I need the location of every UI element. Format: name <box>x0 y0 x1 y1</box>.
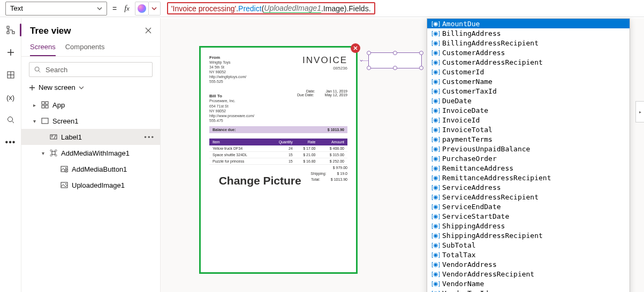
intellisense-item[interactable]: [◉]ServiceStartDate <box>427 211 630 221</box>
right-pane-collapsed[interactable]: ▸ <box>635 101 644 122</box>
field-icon: [◉] <box>431 117 439 124</box>
intellisense-item[interactable]: [◉]ServiceAddress <box>427 182 630 192</box>
selected-label-control[interactable] <box>368 52 422 68</box>
canvas[interactable]: From Wingtip Toys34 5th StNY 98052http:/… <box>161 18 644 292</box>
intellisense-item[interactable]: [◉]VendorAddressRecipient <box>427 269 630 279</box>
tree-view-panel: Tree view Screens Components Search New … <box>21 18 161 292</box>
remove-image-button[interactable] <box>351 43 360 53</box>
variables-rail-button[interactable]: (x) <box>5 92 16 103</box>
tree-icon <box>6 25 16 35</box>
intellisense-label: SubTotal <box>442 241 476 249</box>
bill-to-title: Bill To <box>209 94 254 98</box>
field-icon: [◉] <box>431 107 439 114</box>
intellisense-item[interactable]: [◉]PurchaseOrder <box>427 153 630 163</box>
intellisense-item[interactable]: [◉]VendorName <box>427 279 630 288</box>
intellisense-item[interactable]: [◉]CustomerAddress <box>427 48 630 57</box>
intellisense-item[interactable]: [◉]CustomerAddressRecipient <box>427 57 630 67</box>
search-rail-button[interactable] <box>5 114 16 125</box>
intellisense-item[interactable]: [◉]InvoiceDate <box>427 105 630 115</box>
change-picture-label[interactable]: Change Picture <box>209 174 310 187</box>
close-icon <box>353 45 358 51</box>
tree-item-addmediabutton1[interactable]: AddMediaButton1 <box>21 161 160 177</box>
intellisense-item[interactable]: [◉]ShippingAddress <box>427 221 630 230</box>
intellisense-label: AmountDue <box>442 20 480 28</box>
tree-item-label: AddMediaWithImage1 <box>61 149 155 157</box>
svg-point-4 <box>7 117 12 122</box>
intellisense-item[interactable]: [◉]VendorTaxId <box>427 288 630 292</box>
intellisense-item[interactable]: [◉]ServiceEndDate <box>427 202 630 211</box>
field-icon: [◉] <box>431 68 439 75</box>
svg-rect-10 <box>42 118 48 124</box>
screen-icon <box>41 117 49 125</box>
copilot-button[interactable] <box>135 2 149 16</box>
intellisense-item[interactable]: [◉]ShippingAddressRecipient <box>427 230 630 240</box>
resize-handle[interactable] <box>393 66 397 70</box>
format-dropdown[interactable] <box>149 2 161 16</box>
intellisense-label: TotalTax <box>442 251 476 259</box>
intellisense-item[interactable]: [◉]SubTotal <box>427 240 630 250</box>
tree-item-screen1[interactable]: ▾Screen1 <box>21 113 160 129</box>
close-panel-button[interactable] <box>145 26 151 36</box>
tree-item-label: Screen1 <box>52 117 155 125</box>
intellisense-item[interactable]: [◉]VendorAddress <box>427 259 630 269</box>
formula-input[interactable]: 'Invoice processing' . Predict ( Uploade… <box>164 2 639 16</box>
tree-item-addmediawithimage1[interactable]: ▾AddMediaWithImage1 <box>21 145 160 161</box>
intellisense-item[interactable]: [◉]RemittanceAddressRecipient <box>427 173 630 182</box>
resize-handle[interactable] <box>419 51 423 55</box>
invoice-title: INVOICE <box>302 55 347 66</box>
resize-handle[interactable] <box>367 66 371 70</box>
tree-item-label: App <box>52 101 155 109</box>
tab-components[interactable]: Components <box>65 41 105 56</box>
field-icon: [◉] <box>431 184 439 191</box>
intellisense-label: VendorAddressRecipient <box>442 270 534 278</box>
intellisense-item[interactable]: [◉]DueDate <box>427 96 630 105</box>
intellisense-item[interactable]: [◉]paymentTerms <box>427 134 630 144</box>
table-row: Puzzle for princess15$ 16.80$ 252.00 <box>209 158 347 165</box>
intellisense-label: PreviousUnpaidBalance <box>442 145 530 153</box>
svg-rect-7 <box>46 102 48 104</box>
from-title: From <box>209 55 246 60</box>
insert-rail-button[interactable] <box>5 47 16 58</box>
resize-handle[interactable] <box>393 51 397 55</box>
chevron-down-icon <box>97 6 102 11</box>
intellisense-item[interactable]: [◉]AmountDue <box>427 19 630 28</box>
invoice-document[interactable]: From Wingtip Toys34 5th StNY 98052http:/… <box>199 46 358 274</box>
intellisense-item[interactable]: [◉]CustomerTaxId <box>427 86 630 96</box>
field-icon: [◉] <box>431 203 439 210</box>
intellisense-item[interactable]: [◉]InvoiceTotal <box>427 125 630 134</box>
property-selector[interactable]: Text <box>5 2 107 16</box>
field-icon: [◉] <box>431 213 439 220</box>
resize-handle[interactable] <box>367 51 371 55</box>
intellisense-item[interactable]: [◉]InvoiceId <box>427 115 630 125</box>
caret-icon: ▸ <box>31 102 37 108</box>
media-icon <box>60 165 69 173</box>
intellisense-item[interactable]: [◉]TotalTax <box>427 250 630 259</box>
intellisense-label: RemittanceAddress <box>442 164 513 172</box>
tree-item-uploadedimage1[interactable]: UploadedImage1 <box>21 177 160 193</box>
intellisense-item[interactable]: [◉]CustomerId <box>427 67 630 76</box>
intellisense-item[interactable]: [◉]CustomerName <box>427 76 630 86</box>
tree-item-label1[interactable]: Label1••• <box>21 129 160 145</box>
intellisense-popup[interactable]: [◉]AmountDue[◉]BillingAddress[◉]BillingA… <box>427 18 630 292</box>
intellisense-item[interactable]: [◉]BillingAddress <box>427 28 630 38</box>
field-icon: [◉] <box>431 126 439 133</box>
tree-view-rail-button[interactable] <box>5 25 16 35</box>
intellisense-item[interactable]: [◉]PreviousUnpaidBalance <box>427 144 630 153</box>
resize-handle[interactable] <box>419 66 423 70</box>
tree-item-label: UploadedImage1 <box>72 181 155 189</box>
tree-search-input[interactable]: Search <box>29 62 153 77</box>
new-screen-button[interactable]: New screen <box>21 80 160 97</box>
field-icon: [◉] <box>431 78 439 85</box>
formula-token-tail: .Image).Fields. <box>321 4 371 13</box>
intellisense-item[interactable]: [◉]BillingAddressRecipient <box>427 38 630 48</box>
tab-screens[interactable]: Screens <box>30 41 56 56</box>
intellisense-item[interactable]: [◉]RemittanceAddress <box>427 163 630 173</box>
field-icon: [◉] <box>431 155 439 162</box>
more-rail-button[interactable]: ••• <box>5 137 16 148</box>
data-rail-button[interactable] <box>5 70 16 80</box>
tree-item-app[interactable]: ▸App <box>21 97 160 113</box>
intellisense-item[interactable]: [◉]ServiceAddressRecipient <box>427 192 630 202</box>
intellisense-label: InvoiceId <box>442 116 480 124</box>
item-more-button[interactable]: ••• <box>144 133 155 141</box>
field-icon: [◉] <box>431 174 439 181</box>
